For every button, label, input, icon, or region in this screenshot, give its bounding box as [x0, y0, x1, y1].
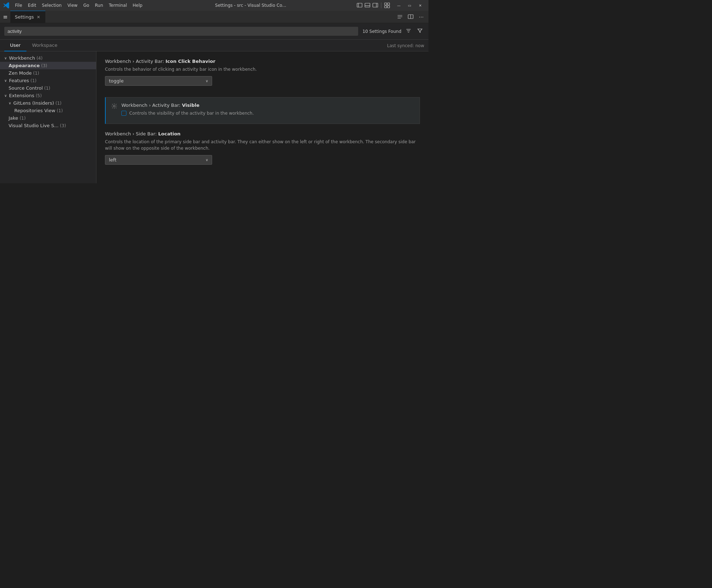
setting-desc-icon-click: Controls the behavior of clicking an act…	[105, 66, 420, 73]
svg-rect-7	[387, 3, 390, 5]
setting-breadcrumb-2: Workbench › Activity Bar:	[121, 103, 182, 108]
sidebar-item-extensions[interactable]: ∨ Extensions (5)	[0, 92, 96, 99]
funnel-icon[interactable]	[416, 27, 424, 35]
sidebar-item-vs-live-share[interactable]: Visual Studio Live S... (3)	[0, 122, 96, 129]
titlebar-divider	[381, 3, 381, 8]
setting-title-2: Visible	[182, 103, 200, 108]
sidebar-count-features: (1)	[30, 78, 36, 83]
close-button[interactable]: ✕	[415, 0, 426, 11]
setting-desc-visible: Controls the visibility of the activity …	[129, 110, 254, 116]
maximize-button[interactable]: ▭	[404, 0, 415, 11]
menu-edit[interactable]: Edit	[25, 1, 39, 9]
menu-selection[interactable]: Selection	[39, 1, 64, 9]
menu-go[interactable]: Go	[80, 1, 92, 9]
sidebar-item-source-control[interactable]: Source Control (1)	[0, 84, 96, 92]
tab-actions: ⋯	[396, 13, 426, 21]
content-area: ∨ Workbench (4) Appearance (3) Zen Mode …	[0, 51, 428, 183]
tabs-row: User Workspace Last synced: now	[0, 40, 428, 51]
tabbar-left: ≡ Settings ✕	[3, 11, 45, 23]
layout-icons	[356, 2, 391, 9]
sidebar-count-vs-live-share: (3)	[60, 123, 66, 128]
setting-visible: Workbench › Activity Bar: Visible Contro…	[105, 97, 420, 124]
sidebar-toggle-icon[interactable]: ≡	[3, 14, 7, 20]
setting-breadcrumb-1: Workbench › Activity Bar:	[105, 59, 166, 64]
panel-layout-icon[interactable]	[364, 2, 371, 9]
sidebar-count-source-control: (1)	[44, 86, 50, 91]
svg-rect-2	[365, 3, 370, 7]
setting-desc-sidebar-location: Controls the location of the primary sid…	[105, 139, 420, 151]
vscode-logo	[3, 2, 10, 9]
menu-run[interactable]: Run	[92, 1, 106, 9]
setting-visible-inner: Workbench › Activity Bar: Visible Contro…	[121, 103, 414, 119]
sidebar-layout-icon[interactable]	[356, 2, 363, 9]
sidebar-label-repositories-view: Repositories View	[14, 108, 55, 113]
tab-user[interactable]: User	[4, 40, 26, 51]
sidebar-item-features[interactable]: ∨ Features (1)	[0, 77, 96, 84]
open-settings-json-button[interactable]	[396, 13, 404, 21]
chevron-down-icon-features: ∨	[4, 79, 7, 83]
sidebar-item-repositories-view[interactable]: Repositories View (1)	[0, 107, 96, 114]
settings-pane: 10 Settings Found User Workspace Last sy…	[0, 23, 428, 183]
window-controls: — ▭ ✕	[393, 0, 426, 11]
setting-header-icon-click: Workbench › Activity Bar: Icon Click Beh…	[105, 59, 420, 64]
minimize-button[interactable]: —	[393, 0, 404, 11]
gear-icon[interactable]	[111, 103, 117, 110]
sidebar-item-zen-mode[interactable]: Zen Mode (1)	[0, 69, 96, 77]
sidebar-count-extensions: (5)	[36, 93, 42, 98]
tab-workspace[interactable]: Workspace	[26, 40, 63, 51]
setting-dropdown-toggle[interactable]: toggle ∨	[105, 76, 212, 86]
sidebar-item-jake[interactable]: Jake (1)	[0, 114, 96, 122]
more-actions-button[interactable]: ⋯	[417, 13, 426, 21]
setting-breadcrumb-3: Workbench › Side Bar:	[105, 131, 158, 136]
sidebar-label-source-control: Source Control	[9, 85, 43, 91]
filter-lines-icon[interactable]	[404, 27, 413, 35]
sidebar-count-workbench: (4)	[36, 56, 42, 61]
sidebar-label-vs-live-share: Visual Studio Live S...	[9, 123, 59, 128]
sidebar-count-repositories-view: (1)	[57, 108, 63, 113]
secondary-sidebar-icon[interactable]	[372, 2, 379, 9]
menu-terminal[interactable]: Terminal	[106, 1, 130, 9]
sidebar-label-workbench: Workbench	[9, 55, 35, 61]
chevron-down-icon-gitlens: ∨	[9, 101, 11, 105]
tab-close-button[interactable]: ✕	[36, 14, 41, 20]
search-input[interactable]	[4, 27, 358, 36]
sidebar-item-appearance[interactable]: Appearance (3)	[0, 62, 96, 69]
dropdown-value-toggle: toggle	[109, 78, 124, 84]
setting-icon-click-behavior: Workbench › Activity Bar: Icon Click Beh…	[105, 59, 420, 86]
tab-label: Settings	[15, 14, 34, 20]
sidebar-label-features: Features	[9, 78, 29, 83]
customize-layout-icon[interactable]	[383, 2, 391, 9]
results-count: 10 Settings Found	[362, 29, 401, 34]
titlebar: File Edit Selection View Go Run Terminal…	[0, 0, 428, 11]
tabbar: ≡ Settings ✕ ⋯	[0, 11, 428, 23]
checkbox-visible[interactable]	[121, 111, 126, 116]
setting-header-visible: Workbench › Activity Bar: Visible	[121, 103, 414, 108]
settings-sidebar: ∨ Workbench (4) Appearance (3) Zen Mode …	[0, 51, 96, 183]
titlebar-menu: File Edit Selection View Go Run Terminal…	[12, 1, 145, 9]
sidebar-label-extensions: Extensions	[9, 93, 34, 98]
svg-rect-9	[387, 6, 390, 8]
sidebar-item-gitlens[interactable]: ∨ GitLens (Insiders) (1)	[0, 99, 96, 107]
settings-tab[interactable]: Settings ✕	[10, 11, 45, 23]
setting-checkbox-row: Controls the visibility of the activity …	[121, 110, 414, 116]
sidebar-label-jake: Jake	[9, 115, 18, 121]
menu-file[interactable]: File	[12, 1, 25, 9]
split-editor-button[interactable]	[406, 13, 415, 21]
settings-content: Workbench › Activity Bar: Icon Click Beh…	[96, 51, 428, 183]
dropdown-value-location: left	[109, 157, 116, 163]
setting-dropdown-location[interactable]: left ∨	[105, 155, 212, 165]
sidebar-item-workbench[interactable]: ∨ Workbench (4)	[0, 54, 96, 62]
setting-title-3: Location	[158, 131, 181, 136]
setting-sidebar-location: Workbench › Side Bar: Location Controls …	[105, 131, 420, 165]
chevron-down-icon: ∨	[4, 56, 7, 60]
svg-rect-8	[385, 6, 387, 8]
setting-title-1: Icon Click Behavior	[166, 59, 216, 64]
search-results: 10 Settings Found	[362, 27, 424, 35]
menu-view[interactable]: View	[65, 1, 80, 9]
sidebar-count-gitlens: (1)	[55, 101, 61, 106]
sidebar-count-zen-mode: (1)	[33, 71, 39, 76]
menu-help[interactable]: Help	[130, 1, 145, 9]
sidebar-label-gitlens: GitLens (Insiders)	[13, 100, 54, 106]
titlebar-title: Settings - src - Visual Studio Co...	[145, 3, 356, 8]
search-bar: 10 Settings Found	[0, 23, 428, 40]
